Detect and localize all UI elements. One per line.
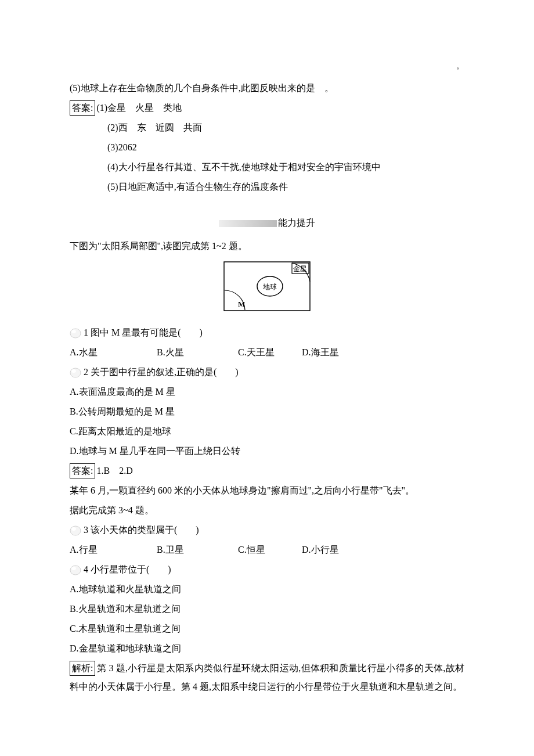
intro-2a: 某年 6 月,一颗直径约 600 米的小天体从地球身边"擦肩而过",之后向小行星… xyxy=(70,481,464,500)
option-2d: D.地球与 M 星几乎在同一平面上绕日公转 xyxy=(70,442,464,460)
svg-point-4 xyxy=(71,330,76,333)
solar-system-diagram: 金星 地球 M xyxy=(70,261,464,318)
option-1b: B.火星 xyxy=(157,343,238,362)
answer-3: (3)2062 xyxy=(70,138,464,157)
option-2a: A.表面温度最高的是 M 星 xyxy=(70,383,464,401)
option-2b: B.公转周期最短的是 M 星 xyxy=(70,402,464,421)
svg-point-8 xyxy=(71,527,76,531)
option-3c: C.恒星 xyxy=(238,541,302,559)
option-4a: A.地球轨道和火星轨道之间 xyxy=(70,580,464,599)
answer-5: (5)日地距离适中,有适合生物生存的温度条件 xyxy=(70,178,464,196)
question-4: 4 小行星带位于( ) xyxy=(70,560,464,579)
option-1d: D.海王星 xyxy=(302,343,339,362)
option-1a: A.水星 xyxy=(70,343,157,362)
answer-4: (4)大小行星各行其道、互不干扰,使地球处于相对安全的宇宙环境中 xyxy=(70,158,464,177)
svg-point-6 xyxy=(71,369,76,373)
svg-point-9 xyxy=(70,566,81,575)
option-4c: C.木星轨道和土星轨道之间 xyxy=(70,620,464,638)
option-4d: D.金星轨道和地球轨道之间 xyxy=(70,639,464,658)
section-header: 能力提升 xyxy=(70,214,464,232)
venus-label: 金星 xyxy=(293,265,307,273)
question-marker-icon xyxy=(70,368,81,378)
svg-point-10 xyxy=(71,567,76,570)
option-1c: C.天王星 xyxy=(238,343,302,362)
question-marker-icon xyxy=(70,565,81,575)
question-1-text: 1 图中 M 星最有可能是( ) xyxy=(84,327,203,337)
top-marker: 。 xyxy=(70,58,464,74)
intro-1: 下图为"太阳系局部图",读图完成第 1~2 题。 xyxy=(70,237,464,255)
option-4b: B.火星轨道和木星轨道之间 xyxy=(70,600,464,618)
question-3: 3 该小天体的类型属于( ) xyxy=(70,521,464,539)
option-3b: B.卫星 xyxy=(157,541,238,559)
section-bar-icon xyxy=(219,220,277,227)
question-3-text: 3 该小天体的类型属于( ) xyxy=(84,525,199,535)
answer-1-2: 答案:1.B 2.D xyxy=(70,462,464,480)
answer-label: 答案: xyxy=(70,463,95,478)
analysis-block: 解析:第 3 题,小行星是太阳系内类似行星环绕太阳运动,但体积和质量比行星小得多… xyxy=(70,659,464,696)
answer-label: 答案: xyxy=(70,100,95,116)
option-3a: A.行星 xyxy=(70,541,157,559)
question-2-text: 2 关于图中行星的叙述,正确的是( ) xyxy=(84,367,239,377)
intro-2b: 据此完成第 3~4 题。 xyxy=(70,501,464,520)
question-marker-icon xyxy=(70,328,81,339)
answer-1: (1)金星 火星 类地 xyxy=(96,103,182,113)
question-1: 1 图中 M 星最有可能是( ) xyxy=(70,323,464,342)
answer-block: 答案:(1)金星 火星 类地 xyxy=(70,99,464,117)
answer-12-text: 1.B 2.D xyxy=(96,466,132,476)
analysis-label: 解析: xyxy=(70,661,95,676)
section-title: 能力提升 xyxy=(278,218,315,228)
svg-point-3 xyxy=(70,329,81,338)
question-2: 2 关于图中行星的叙述,正确的是( ) xyxy=(70,363,464,381)
svg-point-5 xyxy=(70,368,81,377)
option-3d: D.小行星 xyxy=(302,541,339,559)
svg-point-7 xyxy=(70,526,81,535)
answer-2: (2)西 东 近圆 共面 xyxy=(70,118,464,137)
m-label: M xyxy=(238,300,245,308)
question-4-text: 4 小行星带位于( ) xyxy=(84,564,171,574)
earth-label: 地球 xyxy=(262,283,277,291)
option-2c: C.距离太阳最近的是地球 xyxy=(70,422,464,441)
question-3-options: A.行星 B.卫星 C.恒星 D.小行星 xyxy=(70,541,464,559)
question-marker-icon xyxy=(70,525,81,536)
question-1-options: A.水星 B.火星 C.天王星 D.海王星 xyxy=(70,343,464,362)
analysis-text: 第 3 题,小行星是太阳系内类似行星环绕太阳运动,但体积和质量比行星小得多的天体… xyxy=(70,663,464,692)
question-5: (5)地球上存在生命物质的几个自身条件中,此图反映出来的是 。 xyxy=(70,79,464,98)
